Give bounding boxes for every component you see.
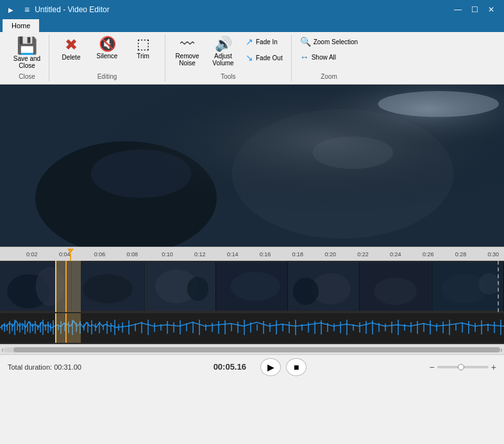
svg-rect-72: [167, 321, 168, 334]
svg-rect-97: [327, 323, 328, 332]
tick-020: 0:20: [324, 251, 336, 258]
play-button[interactable]: ▶: [260, 358, 281, 376]
fade-out-button[interactable]: ↘ Fade Out: [242, 51, 286, 65]
tab-home[interactable]: Home: [3, 19, 39, 32]
svg-rect-91: [289, 322, 290, 333]
svg-rect-103: [365, 321, 367, 334]
total-duration-label: Total duration: 00:31.00: [8, 363, 81, 371]
svg-rect-101: [353, 324, 354, 331]
tick-014: 0:14: [227, 251, 239, 258]
zoom-slider-track[interactable]: [437, 366, 489, 368]
scene-svg-2: [144, 262, 215, 311]
svg-rect-113: [430, 320, 431, 334]
quick-access-menu[interactable]: ≡: [23, 4, 31, 15]
adjust-volume-button[interactable]: 🔊 Adjust Volume: [206, 35, 240, 69]
svg-rect-40: [37, 325, 38, 330]
editing-group-items: ✖ Delete 🔇 Silence ⬚ Trim: [55, 35, 160, 72]
svg-rect-89: [276, 320, 277, 334]
video-preview: [0, 85, 504, 247]
zoom-out-button[interactable]: −: [430, 362, 435, 372]
svg-rect-57: [91, 320, 92, 334]
svg-rect-95: [314, 321, 315, 334]
svg-rect-120: [475, 323, 476, 332]
show-all-button[interactable]: ↔ Show All: [297, 50, 361, 64]
svg-rect-45: [50, 324, 51, 331]
svg-rect-37: [29, 322, 31, 333]
svg-rect-115: [442, 322, 444, 333]
ribbon: 💾 Save and Close Close ✖ Delete 🔇 Silenc…: [0, 32, 504, 85]
remove-noise-button[interactable]: 〰 Remove Noise: [171, 35, 204, 69]
svg-rect-76: [192, 322, 194, 333]
svg-rect-111: [417, 321, 418, 334]
close-group-items: 💾 Save and Close: [10, 35, 44, 72]
timeline-scrollbar[interactable]: ‹ ›: [0, 344, 504, 354]
svg-rect-77: [199, 320, 200, 335]
save-close-button[interactable]: 💾 Save and Close: [10, 35, 44, 72]
zoom-in-button[interactable]: +: [491, 362, 496, 372]
silence-icon: 🔇: [99, 37, 116, 51]
tick-024: 0:24: [390, 251, 401, 258]
svg-rect-74: [180, 320, 181, 334]
svg-rect-84: [244, 320, 245, 335]
close-group-label: Close: [10, 72, 44, 81]
silence-button[interactable]: 🔇 Silence: [90, 35, 124, 62]
svg-rect-116: [449, 320, 450, 335]
svg-rect-69: [147, 320, 149, 335]
zoom-selection-button[interactable]: 🔍 Zoom Selection: [297, 35, 361, 49]
video-selection-highlight: [55, 261, 80, 312]
svg-rect-33: [19, 322, 21, 333]
svg-rect-94: [308, 322, 309, 333]
video-track[interactable]: [0, 261, 504, 312]
svg-rect-62: [110, 323, 112, 332]
svg-rect-75: [186, 324, 187, 331]
svg-rect-63: [114, 320, 115, 335]
scene-svg-1: [72, 262, 143, 311]
svg-rect-29: [9, 321, 10, 334]
scroll-right-button[interactable]: ›: [500, 345, 503, 354]
current-time-display: 00:05.16: [204, 362, 255, 372]
scene-svg-6: [432, 262, 503, 311]
save-close-label: Save and Close: [13, 55, 40, 69]
svg-rect-81: [224, 320, 226, 334]
adjust-volume-icon: 🔊: [215, 37, 232, 51]
scroll-thumb[interactable]: [13, 347, 500, 352]
fade-in-icon: ↗: [246, 37, 253, 47]
svg-rect-123: [494, 322, 495, 333]
svg-rect-86: [256, 324, 258, 331]
svg-rect-80: [218, 321, 219, 334]
tools-group-label: Tools: [171, 72, 286, 81]
svg-rect-34: [22, 325, 23, 330]
ruler-playhead[interactable]: [67, 247, 74, 261]
svg-rect-65: [122, 322, 123, 333]
minimize-button[interactable]: —: [450, 3, 466, 16]
svg-rect-70: [154, 323, 155, 332]
timeline-ruler[interactable]: 0:02 0:04 0:06 0:08 0:10 0:12 0:14 0:16 …: [0, 247, 504, 261]
maximize-button[interactable]: ☐: [467, 3, 482, 16]
ribbon-tabs: Home: [0, 19, 504, 32]
svg-point-7: [378, 91, 500, 117]
svg-rect-98: [333, 324, 335, 331]
stop-button[interactable]: ■: [286, 358, 307, 376]
fade-out-icon: ↘: [246, 53, 253, 63]
tick-012: 0:12: [194, 251, 206, 258]
svg-rect-27: [4, 323, 5, 332]
zoom-slider-thumb[interactable]: [458, 364, 464, 370]
svg-rect-55: [83, 324, 85, 331]
remove-noise-icon: 〰: [180, 37, 194, 51]
svg-rect-82: [231, 324, 232, 331]
remove-noise-label: Remove Noise: [175, 53, 199, 67]
svg-rect-96: [321, 320, 322, 334]
tick-028: 0:28: [455, 251, 467, 258]
editing-group-label: Editing: [55, 72, 160, 81]
film-thumb-3: [216, 262, 288, 311]
audio-track[interactable]: [0, 312, 504, 344]
svg-rect-93: [301, 324, 303, 331]
app-icon: ▶: [5, 4, 17, 15]
film-thumb-6: [432, 262, 504, 311]
close-button[interactable]: ✕: [483, 3, 499, 16]
fade-in-button[interactable]: ↗ Fade In: [242, 35, 286, 49]
tick-002: 0:02: [26, 251, 38, 258]
delete-button[interactable]: ✖ Delete: [55, 35, 88, 63]
trim-button[interactable]: ⬚ Trim: [126, 35, 160, 62]
scroll-track[interactable]: [4, 347, 500, 352]
